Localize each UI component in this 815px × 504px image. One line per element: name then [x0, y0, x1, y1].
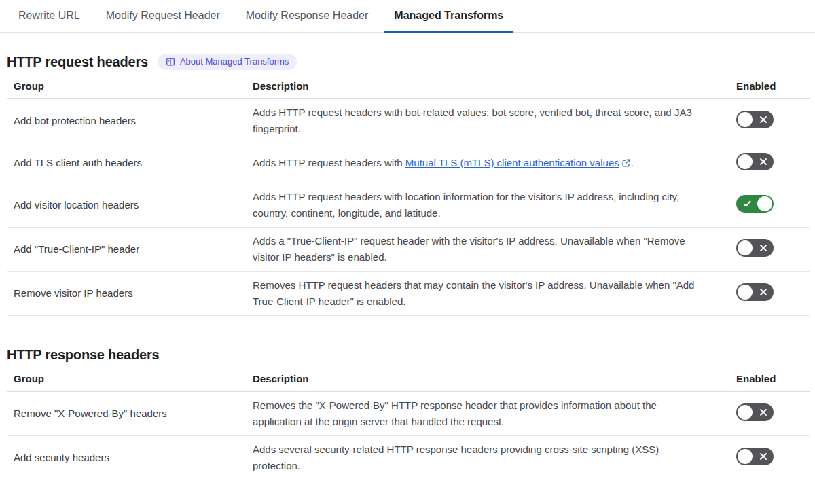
- request-section-title: HTTP request headers: [7, 53, 148, 71]
- enabled-cell: [706, 195, 810, 215]
- toggle-knob: [738, 240, 753, 255]
- toggle-remove-x-powered-by-headers[interactable]: [736, 403, 774, 421]
- external-link-icon: [621, 158, 631, 168]
- request-table-header-row: Group Description Enabled: [7, 79, 810, 99]
- toggle-knob: [738, 449, 753, 464]
- enabled-cell: [706, 153, 810, 173]
- column-header-enabled: Enabled: [706, 373, 810, 384]
- cross-icon: [759, 158, 767, 166]
- description-text: Adds a "True-Client-IP" request header w…: [253, 233, 706, 266]
- column-header-group: Group: [14, 80, 253, 92]
- column-header-enabled: Enabled: [706, 80, 810, 92]
- enabled-cell: [706, 448, 810, 468]
- tab-bar: Rewrite URL Modify Request Header Modify…: [0, 0, 815, 33]
- toggle-add-security-headers[interactable]: [736, 448, 774, 465]
- group-label: Add security headers: [14, 450, 253, 465]
- description-text: Adds HTTP request headers with Mutual TL…: [253, 155, 706, 171]
- book-icon: [166, 57, 175, 67]
- toggle-add-bot-protection-headers[interactable]: [736, 111, 774, 128]
- toggle-remove-visitor-ip-headers[interactable]: [736, 283, 774, 301]
- toggle-knob: [738, 112, 753, 127]
- group-label: Add TLS client auth headers: [14, 156, 253, 170]
- enabled-cell: [706, 239, 810, 259]
- row-remove-visitor-ip-headers: Remove visitor IP headers Removes HTTP r…: [7, 272, 810, 316]
- row-add-true-client-ip-header: Add "True-Client-IP" header Adds a "True…: [7, 228, 810, 272]
- toggle-knob: [738, 154, 753, 169]
- column-header-group: Group: [14, 373, 253, 384]
- cross-icon: [759, 288, 767, 296]
- cross-icon: [759, 115, 767, 124]
- response-headers-table: Group Description Enabled Remove "X-Powe…: [7, 372, 810, 480]
- about-managed-transforms-badge[interactable]: About Managed Transforms: [158, 54, 297, 70]
- enabled-cell: [706, 403, 810, 424]
- toggle-knob: [738, 405, 753, 420]
- toggle-knob: [757, 196, 772, 211]
- description-text: Removes HTTP request headers that may co…: [253, 277, 706, 310]
- description-text: Adds HTTP request headers with bot-relat…: [253, 105, 706, 137]
- enabled-cell: [706, 111, 810, 131]
- column-header-description: Description: [253, 80, 706, 92]
- check-icon: [742, 199, 752, 209]
- response-section-title: HTTP response headers: [7, 346, 159, 363]
- group-label: Add "True-Client-IP" header: [14, 242, 253, 257]
- group-label: Remove visitor IP headers: [14, 286, 253, 301]
- description-text: Adds HTTP request headers with location …: [253, 189, 706, 221]
- enabled-cell: [706, 283, 810, 304]
- response-table-header-row: Group Description Enabled: [7, 372, 810, 392]
- toggle-add-true-client-ip-header[interactable]: [736, 239, 774, 257]
- toggle-add-tls-client-auth-headers[interactable]: [736, 153, 774, 170]
- tab-modify-request-header[interactable]: Modify Request Header: [96, 0, 230, 32]
- cross-icon: [759, 244, 767, 252]
- description-prefix: Adds HTTP request headers with: [253, 157, 405, 168]
- group-label: Add visitor location headers: [14, 198, 253, 213]
- description-suffix: .: [631, 157, 634, 168]
- tab-managed-transforms[interactable]: Managed Transforms: [384, 0, 513, 32]
- request-section-header: HTTP request headers About Managed Trans…: [7, 53, 810, 71]
- mtls-values-link[interactable]: Mutual TLS (mTLS) client authentication …: [405, 157, 619, 168]
- tab-rewrite-url[interactable]: Rewrite URL: [8, 0, 90, 32]
- group-label: Add bot protection headers: [14, 113, 253, 128]
- row-add-tls-client-auth-headers: Add TLS client auth headers Adds HTTP re…: [7, 143, 810, 183]
- toggle-knob: [738, 285, 753, 300]
- description-text: Removes the "X-Powered-By" HTTP response…: [253, 397, 706, 430]
- group-label: Remove "X-Powered-By" headers: [14, 406, 253, 421]
- cross-icon: [759, 408, 767, 416]
- row-add-visitor-location-headers: Add visitor location headers Adds HTTP r…: [7, 183, 810, 228]
- about-badge-label: About Managed Transforms: [180, 56, 289, 67]
- response-section-header: HTTP response headers: [7, 346, 810, 363]
- column-header-description: Description: [253, 373, 706, 384]
- row-add-security-headers: Add security headers Adds several securi…: [7, 436, 810, 480]
- row-add-bot-protection-headers: Add bot protection headers Adds HTTP req…: [7, 99, 810, 143]
- main-content: HTTP request headers About Managed Trans…: [0, 53, 815, 480]
- description-text: Adds several security-related HTTP respo…: [253, 442, 706, 474]
- cross-icon: [759, 452, 767, 461]
- row-remove-x-powered-by-headers: Remove "X-Powered-By" headers Removes th…: [7, 392, 810, 436]
- tab-modify-response-header[interactable]: Modify Response Header: [236, 0, 379, 32]
- toggle-add-visitor-location-headers[interactable]: [736, 195, 774, 213]
- request-headers-table: Group Description Enabled Add bot protec…: [7, 79, 810, 316]
